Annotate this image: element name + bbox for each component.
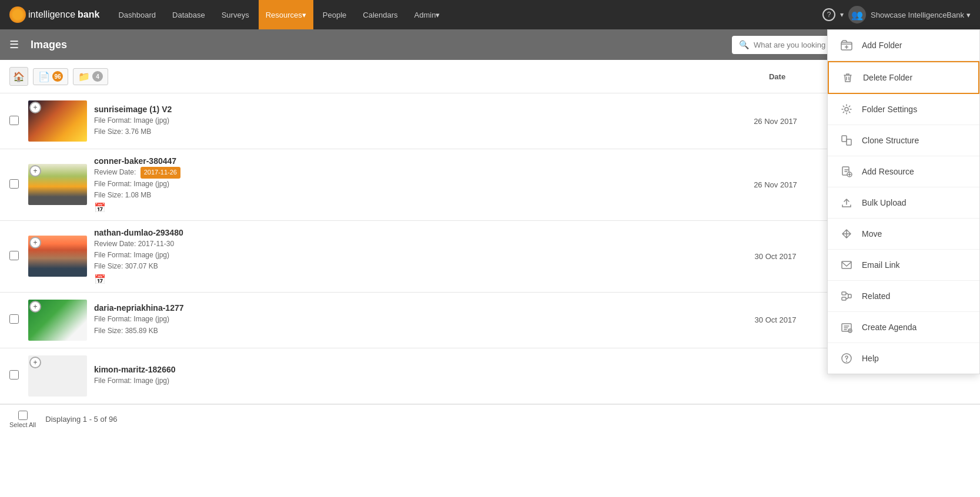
dropdown-bulk-upload-label: Bulk Upload <box>862 198 907 207</box>
nav-people[interactable]: People <box>316 0 353 29</box>
nav-admin[interactable]: Admin ▾ <box>407 0 447 29</box>
file-info-4: daria-nepriakhina-1277 File Format: Imag… <box>94 303 733 336</box>
help-dropdown-arrow[interactable]: ▾ <box>840 11 844 19</box>
dropdown-help[interactable]: Help <box>828 343 979 374</box>
row-checkbox-4[interactable] <box>9 314 21 325</box>
file-meta-2: Review Date: 2017-11-26 File Format: Ima… <box>94 167 733 201</box>
clone-structure-icon <box>839 133 854 147</box>
nav-resources[interactable]: Resources ▾ <box>259 0 313 29</box>
file-name-5: kimon-maritz-182660 <box>94 365 733 374</box>
hamburger-menu[interactable]: ☰ <box>9 38 19 51</box>
dropdown-delete-folder[interactable]: Delete Folder <box>828 61 979 94</box>
file-date-4: 30 Oct 2017 <box>740 315 811 324</box>
row-checkbox-1[interactable] <box>9 116 21 127</box>
row-checkbox-2[interactable] <box>9 179 21 190</box>
calendar-icon-2: 📅 <box>94 202 733 213</box>
files-tab[interactable]: 📄 96 <box>33 68 68 85</box>
dropdown-add-folder[interactable]: Add Folder <box>828 30 979 61</box>
add-folder-icon <box>839 38 854 52</box>
email-link-icon <box>839 258 854 272</box>
nav-surveys[interactable]: Surveys <box>215 0 256 29</box>
file-name-2: conner-baker-380447 <box>94 156 733 166</box>
dropdown-email-link-label: Email Link <box>862 260 900 270</box>
top-navigation: intelligencebank Dashboard Database Surv… <box>0 0 980 29</box>
bulk-upload-icon <box>839 196 854 210</box>
nav-right: ? ▾ 👥 Showcase IntelligenceBank ▾ <box>822 6 971 23</box>
file-date-3: 30 Oct 2017 <box>740 252 811 261</box>
search-icon: 🔍 <box>739 40 749 49</box>
user-menu[interactable]: Showcase IntelligenceBank ▾ <box>871 11 971 19</box>
folder-settings-icon <box>839 102 854 116</box>
content-area: 🏠 📄 96 📁 4 Date Comments Actions + sunri… <box>0 60 980 497</box>
home-button[interactable]: 🏠 <box>9 67 28 86</box>
svg-rect-2 <box>842 136 847 142</box>
file-meta-3: Review Date: 2017-11-30 File Format: Ima… <box>94 239 733 273</box>
add-to-collection-2[interactable]: + <box>29 165 41 177</box>
bottom-bar: Select All Displaying 1 - 5 of 96 <box>0 404 980 434</box>
dropdown-add-resource-label: Add Resource <box>862 167 914 176</box>
delete-folder-icon <box>841 70 855 85</box>
folders-tab[interactable]: 📁 4 <box>73 68 108 85</box>
help-dropdown-icon <box>839 351 854 365</box>
file-name-1: sunriseimage (1) V2 <box>94 105 733 114</box>
add-to-collection-3[interactable]: + <box>29 237 41 248</box>
dropdown-menu: Add Folder Delete Folder Folder Settings <box>827 29 980 374</box>
add-to-collection-4[interactable]: + <box>29 301 41 313</box>
brand-text-intel: intelligence <box>28 9 75 20</box>
review-date-badge-2: 2017-11-26 <box>141 167 180 179</box>
dropdown-create-agenda[interactable]: Create Agenda <box>828 312 979 343</box>
sun-icon <box>9 6 26 23</box>
thumbnail-2: + <box>28 164 87 205</box>
dropdown-folder-settings[interactable]: Folder Settings <box>828 94 979 125</box>
svg-rect-9 <box>848 294 851 298</box>
thumbnail-5: + <box>28 355 87 397</box>
dropdown-add-folder-label: Add Folder <box>862 41 902 50</box>
row-checkbox-5[interactable] <box>9 370 21 381</box>
dropdown-related[interactable]: Related <box>828 281 979 312</box>
help-icon[interactable]: ? <box>822 8 835 21</box>
file-date-2: 26 Nov 2017 <box>740 180 811 189</box>
svg-rect-3 <box>847 139 851 145</box>
nav-calendars[interactable]: Calendars <box>356 0 404 29</box>
pagination-text: Displaying 1 - 5 of 96 <box>45 415 117 424</box>
file-info-3: nathan-dumlao-293480 Review Date: 2017-1… <box>94 228 733 285</box>
dropdown-move[interactable]: Move <box>828 219 979 250</box>
brand-text-bank: bank <box>78 9 99 20</box>
dropdown-delete-folder-label: Delete Folder <box>863 73 912 82</box>
select-all-label: Select All <box>9 421 36 428</box>
brand-logo[interactable]: intelligencebank <box>9 6 99 23</box>
related-icon <box>839 289 854 303</box>
file-meta-1: File Format: Image (jpg) File Size: 3.76… <box>94 115 733 137</box>
create-agenda-icon <box>839 320 854 334</box>
svg-point-1 <box>845 108 848 111</box>
thumbnail-1: + <box>28 100 87 142</box>
nav-dashboard[interactable]: Dashboard <box>111 0 163 29</box>
thumbnail-3: + <box>28 236 87 277</box>
dropdown-folder-settings-label: Folder Settings <box>862 105 917 114</box>
user-avatar-icon: 👥 <box>848 6 866 23</box>
file-name-4: daria-nepriakhina-1277 <box>94 303 733 313</box>
dropdown-help-label: Help <box>862 354 879 363</box>
row-checkbox-3[interactable] <box>9 251 21 262</box>
add-to-collection-5[interactable]: + <box>29 357 41 368</box>
select-all-wrap[interactable]: Select All <box>9 411 36 428</box>
svg-point-13 <box>846 361 847 362</box>
add-to-collection-1[interactable]: + <box>29 102 41 113</box>
dropdown-clone-structure[interactable]: Clone Structure <box>828 125 979 156</box>
page-title: Images <box>31 39 67 51</box>
select-all-checkbox[interactable] <box>18 411 28 420</box>
file-info-5: kimon-maritz-182660 File Format: Image (… <box>94 365 733 387</box>
file-date-1: 26 Nov 2017 <box>740 117 811 126</box>
folders-count-badge: 4 <box>92 71 103 82</box>
dropdown-create-agenda-label: Create Agenda <box>862 323 917 332</box>
nav-database[interactable]: Database <box>165 0 212 29</box>
dropdown-email-link[interactable]: Email Link <box>828 250 979 281</box>
file-info-1: sunriseimage (1) V2 File Format: Image (… <box>94 105 733 137</box>
file-info-2: conner-baker-380447 Review Date: 2017-11… <box>94 156 733 213</box>
file-name-3: nathan-dumlao-293480 <box>94 228 733 237</box>
dropdown-add-resource[interactable]: Add Resource <box>828 156 979 187</box>
svg-rect-7 <box>842 292 846 295</box>
calendar-icon-3: 📅 <box>94 274 733 285</box>
dropdown-bulk-upload[interactable]: Bulk Upload <box>828 187 979 219</box>
dropdown-move-label: Move <box>862 229 882 239</box>
